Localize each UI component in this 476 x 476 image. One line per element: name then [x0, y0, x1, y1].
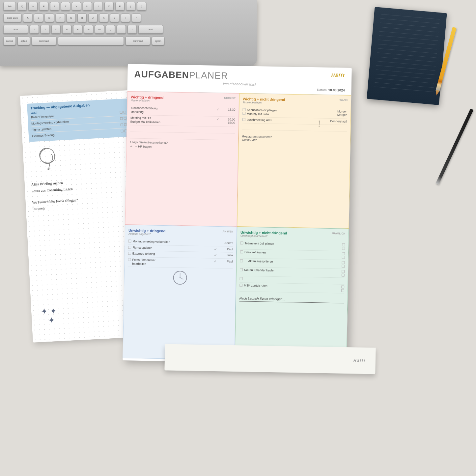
item-text: Meeting mit HRBudget Mai kalkulieren [130, 116, 215, 126]
key-o: O [104, 2, 114, 11]
key-z: Z [30, 25, 39, 34]
item-when: MorgenMorgen [332, 110, 347, 117]
checkboxes [242, 108, 245, 115]
key-c: C [51, 25, 61, 34]
quadrant-unwichtig-dringend: Unwichtig + dringend Aufgabe abgeben? An… [123, 225, 237, 360]
svg-line-3 [180, 278, 183, 279]
q-header: Wichtig + dringend Heute erledigen! Uhrz… [131, 95, 236, 106]
item-text: Montagsmeeting vorbereiten [132, 239, 217, 245]
notebook-lines [374, 14, 440, 98]
checkbox [121, 130, 123, 132]
checkbox [242, 112, 245, 115]
fraglich-boxes [342, 243, 345, 250]
item-text: Kennzahlen einpflegenMonthly mit Julia [247, 108, 331, 117]
key-bracket-r: ] [137, 2, 146, 11]
notebook [367, 7, 447, 105]
key-comma: , [106, 25, 115, 34]
key-shift-r: Shift [138, 25, 163, 34]
item-person: Paul [218, 247, 233, 251]
key-slash: / [127, 25, 137, 34]
key-command-r: command [126, 37, 150, 45]
checkbox [120, 124, 123, 126]
key-q: Q [17, 2, 27, 11]
q-items: Kennzahlen einpflegenMonthly mit Julia M… [242, 107, 347, 132]
quadrant-wichtig-nicht-dringend: Wichtig + nicht dringend Termin festlege… [237, 93, 351, 229]
item-time: 11:30 [220, 108, 235, 111]
fraglich-boxes [342, 261, 345, 268]
key-shift-l: Shift [3, 25, 28, 34]
checkbox [342, 256, 345, 259]
key-h: H [77, 14, 87, 22]
key-x: X [41, 25, 50, 34]
checkbox [342, 252, 345, 255]
check-mark: ✓ [216, 108, 219, 111]
item-person: Julia [218, 253, 233, 257]
svg-line-7 [182, 285, 182, 286]
svg-line-6 [178, 284, 178, 285]
key-space [58, 37, 124, 45]
q-title-container: Unwichtig + nicht dringend Überhaupt bea… [240, 230, 287, 240]
checkbox [342, 261, 345, 264]
keyboard: Tab Q W E R T Y U I O P [ ] Caps Lock A … [0, 0, 257, 66]
key-f: F [56, 14, 65, 22]
item-text: Fotos Firmenfeierbearbeiten [132, 258, 212, 267]
q-items: StellenbeschreibungMarketing ✓ 11:30 Mee… [130, 105, 236, 140]
checkbox [342, 247, 345, 250]
item-when: Donnerstag? [330, 120, 347, 123]
checkbox [239, 284, 242, 287]
item-text: Lunchmeeting Alex [247, 118, 329, 124]
checkbox [120, 117, 123, 120]
key-g: G [67, 14, 76, 22]
item-person: Anett? [218, 241, 233, 245]
right-paper: AUFGABENPLANER Häfft lets eisenhower thi… [123, 64, 352, 364]
checkbox [240, 259, 243, 262]
quadrant-wichtig-dringend: Wichtig + dringend Heute erledigen! Uhrz… [125, 91, 239, 227]
key-tab: Tab [3, 2, 16, 11]
col-fraglich: Fraglich [332, 232, 345, 235]
key-r: R [50, 2, 59, 11]
check-mark: ✓ [214, 260, 216, 263]
key-option-r: option [152, 37, 164, 45]
key-b: B [73, 25, 82, 34]
checkbox [124, 123, 126, 126]
key-i: I [94, 2, 103, 11]
checkboxes [242, 118, 245, 121]
key-t: T [61, 2, 70, 11]
date-label: Datum [317, 88, 327, 92]
checkbox [342, 243, 345, 246]
key-quote: ' [132, 14, 141, 22]
item-text: Büro aufräumen [244, 250, 341, 256]
item-text: Externes Briefing [132, 252, 213, 257]
hafft-brand: Häfft [331, 72, 345, 78]
checkbox [240, 250, 243, 253]
key-e: E [39, 2, 48, 11]
date-value: 18.03.2024 [328, 88, 345, 92]
hafft-logo-bottom: Häfft [353, 358, 366, 363]
item-text: StellenbeschreibungMarketing [130, 106, 215, 115]
checkbox [128, 246, 131, 249]
item-text: MSK zurück rufen [244, 284, 340, 289]
key-control: control [3, 37, 16, 45]
checkbox [240, 241, 243, 244]
arrow-icon: ⇒ [130, 145, 132, 148]
key-s: S [34, 14, 43, 22]
q-header: Wichtig + nicht dringend Termin festlege… [243, 97, 348, 108]
key-j: J [88, 14, 98, 22]
fraglich-boxes [341, 286, 344, 292]
checkbox [240, 277, 243, 280]
check-mark: ✓ [214, 253, 217, 257]
arrow-note-text: → HR fragen! [134, 145, 152, 148]
q-title-container: Unwichtig + dringend Aufgabe abgeben? [128, 228, 166, 238]
key-p: P [115, 2, 125, 11]
q-items: Teamevent Juli planen Büro aufräumen [239, 240, 345, 294]
key-k: K [99, 14, 108, 22]
check-mark: ✓ [216, 118, 219, 121]
fraglich-boxes [342, 270, 345, 277]
col-uhrzeit: Uhrzeit [224, 97, 236, 100]
col-wann: Wann [340, 98, 348, 101]
key-u: U [83, 2, 92, 11]
check-mark: ✓ [214, 247, 217, 251]
checkbox [240, 268, 243, 271]
exclamation-decoration: ! [318, 119, 321, 129]
key-a: A [23, 14, 32, 22]
